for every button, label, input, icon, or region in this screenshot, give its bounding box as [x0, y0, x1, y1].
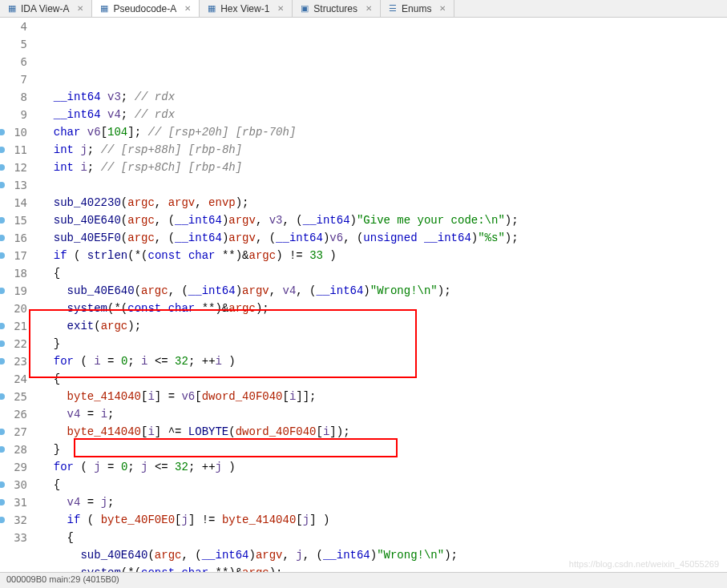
line-number: 11: [0, 141, 27, 159]
line-number: 13: [0, 176, 27, 194]
breakpoint-dot: [0, 393, 5, 400]
tab-label: Hex View-1: [220, 3, 269, 14]
line-number: 20: [0, 300, 27, 317]
code-line[interactable]: __int64 v4; // rdx: [40, 106, 727, 123]
tab-bar: ▦ IDA View-A ✕ ▦ Pseudocode-A ✕ ▦ Hex Vi…: [0, 0, 727, 18]
enum-icon: ☰: [387, 3, 398, 14]
code-line[interactable]: v4 = j;: [40, 493, 727, 511]
tab-label: Enums: [402, 3, 431, 14]
line-number: 28: [0, 441, 27, 458]
line-number: 25: [0, 388, 27, 405]
line-number: 29: [0, 458, 27, 476]
line-number: 17: [0, 247, 27, 264]
code-line[interactable]: exit(argc);: [40, 317, 727, 335]
code-line[interactable]: int j; // [rsp+88h] [rbp-8h]: [40, 141, 727, 159]
line-number: 21: [0, 317, 27, 335]
status-text: 000009B0 main:29 (4015B0): [6, 574, 119, 584]
line-number: 8: [0, 88, 27, 106]
tab-label: Pseudocode-A: [113, 3, 176, 14]
line-number: 15: [0, 211, 27, 229]
breakpoint-dot: [0, 147, 5, 153]
line-number: 31: [0, 493, 27, 511]
breakpoint-dot: [0, 129, 5, 135]
code-line[interactable]: for ( i = 0; i <= 32; ++i ): [40, 352, 727, 370]
close-icon[interactable]: ✕: [75, 4, 85, 14]
line-number: 9: [0, 106, 27, 123]
breakpoint-dot: [0, 164, 5, 171]
code-line[interactable]: system(*(const char **)&argc);: [40, 564, 727, 572]
breakpoint-dot: [0, 182, 5, 188]
code-line[interactable]: {: [40, 264, 727, 282]
code-line[interactable]: if ( byte_40F0E0[j] != byte_414040[j] ): [40, 511, 727, 529]
line-number: 26: [0, 405, 27, 423]
doc-icon: ▦: [99, 3, 110, 14]
line-number: 19: [0, 282, 27, 300]
code-line[interactable]: sub_40E640(argc, (__int64)argv, j, (__in…: [40, 546, 727, 564]
line-number: 27: [0, 423, 27, 441]
code-line[interactable]: [40, 176, 727, 194]
code-line[interactable]: }: [40, 335, 727, 352]
breakpoint-dot: [0, 288, 5, 294]
code-line[interactable]: sub_40E5F0(argc, (__int64)argv, (__int64…: [40, 229, 727, 247]
code-line[interactable]: {: [40, 529, 727, 546]
breakpoint-dot: [0, 446, 5, 453]
code-line[interactable]: sub_402230(argc, argv, envp);: [40, 194, 727, 211]
status-bar: 000009B0 main:29 (4015B0): [0, 572, 727, 588]
code-line[interactable]: v4 = i;: [40, 405, 727, 423]
close-icon[interactable]: ✕: [276, 4, 285, 14]
code-area[interactable]: __int64 v3; // rdx __int64 v4; // rdx ch…: [32, 18, 727, 572]
breakpoint-dot: [0, 217, 5, 224]
line-number: 22: [0, 335, 27, 352]
line-number: 18: [0, 264, 27, 282]
line-number: 6: [0, 53, 27, 70]
code-line[interactable]: char v6[104]; // [rsp+20h] [rbp-70h]: [40, 123, 727, 141]
tab-pseudocode[interactable]: ▦ Pseudocode-A ✕: [92, 0, 200, 17]
breakpoint-dot: [0, 429, 5, 435]
breakpoint-dot: [0, 340, 5, 347]
tab-label: IDA View-A: [21, 3, 69, 14]
code-line[interactable]: system(*(const char **)&argc);: [40, 300, 727, 317]
line-number: 10: [0, 123, 27, 141]
code-line[interactable]: {: [40, 476, 727, 493]
code-line[interactable]: for ( j = 0; j <= 32; ++j ): [40, 458, 727, 476]
line-number: 12: [0, 159, 27, 176]
doc-icon: ▦: [6, 3, 18, 14]
line-number: 7: [0, 70, 27, 88]
close-icon[interactable]: ✕: [364, 4, 374, 14]
tab-ida-view[interactable]: ▦ IDA View-A ✕: [0, 0, 92, 17]
breakpoint-dot: [0, 323, 5, 329]
doc-icon: ▦: [206, 3, 217, 14]
code-editor[interactable]: 4567891011121314151617181920212223242526…: [0, 18, 727, 572]
line-number: 14: [0, 194, 27, 211]
code-line[interactable]: byte_414040[i] = v6[dword_40F040[i]];: [40, 388, 727, 405]
breakpoint-dot: [0, 235, 5, 241]
line-number: 30: [0, 476, 27, 493]
line-number: 23: [0, 352, 27, 370]
code-line[interactable]: sub_40E640(argc, (__int64)argv, v3, (__i…: [40, 211, 727, 229]
breakpoint-dot: [0, 499, 5, 505]
tab-label: Structures: [313, 3, 357, 14]
breakpoint-dot: [0, 481, 5, 488]
code-line[interactable]: __int64 v3; // rdx: [40, 88, 727, 106]
close-icon[interactable]: ✕: [438, 4, 447, 14]
code-line[interactable]: if ( strlen(*(const char **)&argc) != 33…: [40, 247, 727, 264]
breakpoint-dot: [0, 358, 5, 364]
code-line[interactable]: byte_414040[i] ^= LOBYTE(dword_40F040[i]…: [40, 423, 727, 441]
close-icon[interactable]: ✕: [183, 4, 192, 14]
breakpoint-dot: [0, 252, 5, 259]
code-line[interactable]: int i; // [rsp+8Ch] [rbp-4h]: [40, 159, 727, 176]
code-line[interactable]: {: [40, 370, 727, 388]
line-number: 16: [0, 229, 27, 247]
tab-structures[interactable]: ▣ Structures ✕: [293, 0, 381, 17]
line-number: 33: [0, 529, 27, 546]
line-number: 5: [0, 35, 27, 53]
code-line[interactable]: sub_40E640(argc, (__int64)argv, v4, (__i…: [40, 282, 727, 300]
line-number: 4: [0, 18, 27, 35]
code-line[interactable]: }: [40, 441, 727, 458]
line-number: 24: [0, 370, 27, 388]
tab-hex-view[interactable]: ▦ Hex View-1 ✕: [200, 0, 293, 17]
line-gutter: 4567891011121314151617181920212223242526…: [0, 18, 32, 572]
line-number: 32: [0, 511, 27, 529]
tab-enums[interactable]: ☰ Enums ✕: [381, 0, 454, 17]
breakpoint-dot: [0, 517, 5, 523]
